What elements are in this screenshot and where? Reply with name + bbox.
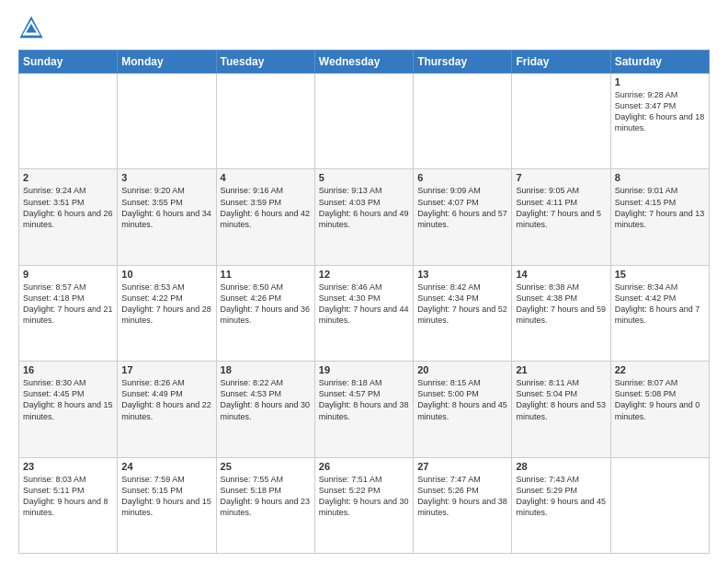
- day-number: 16: [23, 364, 113, 375]
- day-number: 20: [417, 364, 507, 375]
- day-number: 2: [23, 172, 113, 183]
- calendar-day-cell: 24Sunrise: 7:59 AM Sunset: 5:15 PM Dayli…: [118, 457, 216, 553]
- calendar-day-cell: 9Sunrise: 8:57 AM Sunset: 4:18 PM Daylig…: [19, 265, 118, 361]
- calendar-week-row: 2Sunrise: 9:24 AM Sunset: 3:51 PM Daylig…: [19, 169, 710, 265]
- day-number: 10: [121, 269, 211, 280]
- calendar-day-cell: 3Sunrise: 9:20 AM Sunset: 3:55 PM Daylig…: [118, 169, 216, 265]
- calendar-day-cell: 23Sunrise: 8:03 AM Sunset: 5:11 PM Dayli…: [19, 457, 118, 553]
- day-info: Sunrise: 7:55 AM Sunset: 5:18 PM Dayligh…: [221, 474, 311, 519]
- calendar-day-header: Tuesday: [216, 51, 314, 74]
- day-number: 8: [615, 172, 705, 183]
- logo-icon: [18, 15, 44, 40]
- day-number: 23: [23, 461, 113, 472]
- day-info: Sunrise: 9:13 AM Sunset: 4:03 PM Dayligh…: [319, 185, 409, 230]
- calendar-day-cell: 7Sunrise: 9:05 AM Sunset: 4:11 PM Daylig…: [512, 169, 610, 265]
- day-number: 28: [516, 461, 606, 472]
- calendar-day-cell: 6Sunrise: 9:09 AM Sunset: 4:07 PM Daylig…: [414, 169, 512, 265]
- calendar-day-cell: 20Sunrise: 8:15 AM Sunset: 5:00 PM Dayli…: [414, 362, 512, 457]
- calendar-header-row: SundayMondayTuesdayWednesdayThursdayFrid…: [19, 51, 710, 74]
- calendar-day-cell: 14Sunrise: 8:38 AM Sunset: 4:38 PM Dayli…: [512, 265, 610, 361]
- calendar-week-row: 16Sunrise: 8:30 AM Sunset: 4:45 PM Dayli…: [19, 362, 710, 457]
- calendar-day-cell: 8Sunrise: 9:01 AM Sunset: 4:15 PM Daylig…: [610, 169, 709, 265]
- calendar-day-cell: 22Sunrise: 8:07 AM Sunset: 5:08 PM Dayli…: [610, 362, 709, 457]
- calendar-day-cell: [216, 74, 314, 169]
- calendar-day-cell: [19, 74, 118, 169]
- day-number: 6: [417, 172, 507, 183]
- day-info: Sunrise: 7:43 AM Sunset: 5:29 PM Dayligh…: [516, 474, 606, 519]
- calendar-week-row: 9Sunrise: 8:57 AM Sunset: 4:18 PM Daylig…: [19, 265, 710, 361]
- calendar-table: SundayMondayTuesdayWednesdayThursdayFrid…: [18, 50, 710, 554]
- calendar-day-cell: 16Sunrise: 8:30 AM Sunset: 4:45 PM Dayli…: [19, 362, 118, 457]
- day-number: 4: [221, 172, 311, 183]
- day-info: Sunrise: 9:16 AM Sunset: 3:59 PM Dayligh…: [221, 185, 311, 230]
- day-info: Sunrise: 8:50 AM Sunset: 4:26 PM Dayligh…: [221, 282, 311, 327]
- calendar-day-cell: 21Sunrise: 8:11 AM Sunset: 5:04 PM Dayli…: [512, 362, 610, 457]
- calendar-day-cell: 1Sunrise: 9:28 AM Sunset: 3:47 PM Daylig…: [610, 74, 709, 169]
- day-number: 22: [615, 364, 705, 375]
- day-info: Sunrise: 8:42 AM Sunset: 4:34 PM Dayligh…: [417, 282, 507, 327]
- day-number: 13: [417, 269, 507, 280]
- day-number: 21: [516, 364, 606, 375]
- calendar-day-cell: 10Sunrise: 8:53 AM Sunset: 4:22 PM Dayli…: [118, 265, 216, 361]
- day-info: Sunrise: 8:30 AM Sunset: 4:45 PM Dayligh…: [23, 377, 113, 422]
- day-info: Sunrise: 8:03 AM Sunset: 5:11 PM Dayligh…: [23, 474, 113, 519]
- calendar-day-cell: 19Sunrise: 8:18 AM Sunset: 4:57 PM Dayli…: [314, 362, 413, 457]
- calendar-week-row: 23Sunrise: 8:03 AM Sunset: 5:11 PM Dayli…: [19, 457, 710, 553]
- day-info: Sunrise: 8:11 AM Sunset: 5:04 PM Dayligh…: [516, 377, 606, 422]
- day-number: 17: [121, 364, 211, 375]
- day-info: Sunrise: 8:18 AM Sunset: 4:57 PM Dayligh…: [319, 377, 409, 422]
- calendar-day-cell: 26Sunrise: 7:51 AM Sunset: 5:22 PM Dayli…: [314, 457, 413, 553]
- day-number: 24: [121, 461, 211, 472]
- day-number: 14: [516, 269, 606, 280]
- day-info: Sunrise: 8:07 AM Sunset: 5:08 PM Dayligh…: [615, 377, 705, 422]
- calendar-day-cell: 2Sunrise: 9:24 AM Sunset: 3:51 PM Daylig…: [19, 169, 118, 265]
- calendar-day-cell: [414, 74, 512, 169]
- day-number: 1: [615, 76, 705, 87]
- calendar-day-cell: [610, 457, 709, 553]
- calendar-day-cell: 27Sunrise: 7:47 AM Sunset: 5:26 PM Dayli…: [414, 457, 512, 553]
- calendar-day-cell: 5Sunrise: 9:13 AM Sunset: 4:03 PM Daylig…: [314, 169, 413, 265]
- day-info: Sunrise: 8:26 AM Sunset: 4:49 PM Dayligh…: [121, 377, 211, 422]
- calendar-day-cell: [118, 74, 216, 169]
- day-number: 26: [319, 461, 409, 472]
- calendar-day-header: Saturday: [610, 51, 709, 74]
- day-info: Sunrise: 8:15 AM Sunset: 5:00 PM Dayligh…: [417, 377, 507, 422]
- day-number: 9: [23, 269, 113, 280]
- day-number: 15: [615, 269, 705, 280]
- day-info: Sunrise: 7:51 AM Sunset: 5:22 PM Dayligh…: [319, 474, 409, 519]
- day-number: 12: [319, 269, 409, 280]
- calendar-day-header: Monday: [118, 51, 216, 74]
- day-number: 3: [121, 172, 211, 183]
- calendar-day-header: Wednesday: [314, 51, 413, 74]
- calendar-week-row: 1Sunrise: 9:28 AM Sunset: 3:47 PM Daylig…: [19, 74, 710, 169]
- calendar-day-cell: 15Sunrise: 8:34 AM Sunset: 4:42 PM Dayli…: [610, 265, 709, 361]
- page: SundayMondayTuesdayWednesdayThursdayFrid…: [0, 0, 728, 563]
- calendar-day-cell: [314, 74, 413, 169]
- day-number: 27: [417, 461, 507, 472]
- day-number: 7: [516, 172, 606, 183]
- day-info: Sunrise: 8:22 AM Sunset: 4:53 PM Dayligh…: [221, 377, 311, 422]
- day-number: 25: [221, 461, 311, 472]
- calendar-day-header: Friday: [512, 51, 610, 74]
- calendar-day-cell: 12Sunrise: 8:46 AM Sunset: 4:30 PM Dayli…: [314, 265, 413, 361]
- day-number: 5: [319, 172, 409, 183]
- day-info: Sunrise: 9:24 AM Sunset: 3:51 PM Dayligh…: [23, 185, 113, 230]
- calendar-day-cell: 13Sunrise: 8:42 AM Sunset: 4:34 PM Dayli…: [414, 265, 512, 361]
- day-info: Sunrise: 7:47 AM Sunset: 5:26 PM Dayligh…: [417, 474, 507, 519]
- calendar-day-cell: 17Sunrise: 8:26 AM Sunset: 4:49 PM Dayli…: [118, 362, 216, 457]
- day-info: Sunrise: 7:59 AM Sunset: 5:15 PM Dayligh…: [121, 474, 211, 519]
- day-info: Sunrise: 9:05 AM Sunset: 4:11 PM Dayligh…: [516, 185, 606, 230]
- day-info: Sunrise: 9:20 AM Sunset: 3:55 PM Dayligh…: [121, 185, 211, 230]
- day-info: Sunrise: 8:46 AM Sunset: 4:30 PM Dayligh…: [319, 282, 409, 327]
- logo: [18, 15, 48, 40]
- calendar-day-cell: 18Sunrise: 8:22 AM Sunset: 4:53 PM Dayli…: [216, 362, 314, 457]
- calendar-day-cell: 11Sunrise: 8:50 AM Sunset: 4:26 PM Dayli…: [216, 265, 314, 361]
- day-info: Sunrise: 8:57 AM Sunset: 4:18 PM Dayligh…: [23, 282, 113, 327]
- header: [18, 15, 710, 40]
- calendar-day-header: Thursday: [414, 51, 512, 74]
- calendar-day-cell: 4Sunrise: 9:16 AM Sunset: 3:59 PM Daylig…: [216, 169, 314, 265]
- calendar-day-cell: 25Sunrise: 7:55 AM Sunset: 5:18 PM Dayli…: [216, 457, 314, 553]
- calendar-day-cell: 28Sunrise: 7:43 AM Sunset: 5:29 PM Dayli…: [512, 457, 610, 553]
- day-number: 11: [221, 269, 311, 280]
- day-info: Sunrise: 9:01 AM Sunset: 4:15 PM Dayligh…: [615, 185, 705, 230]
